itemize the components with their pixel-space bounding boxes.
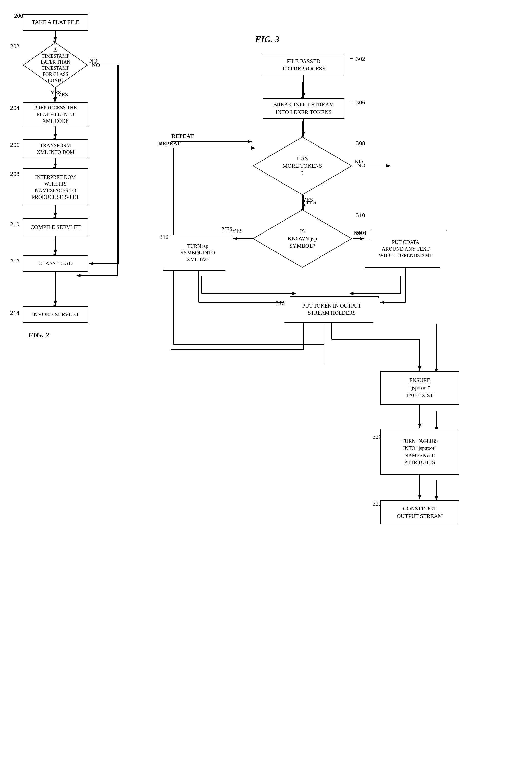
- para-turn-jsp: TURN jsp SYMBOL INTO XML TAG: [163, 235, 232, 271]
- label-no-fig2: NO: [92, 62, 100, 68]
- box-take-flat-file: TAKE A FLAT FILE: [23, 14, 88, 31]
- diagram-container: 200 ⌐ TAKE A FLAT FILE 202 ISTIMESTAMPLA…: [0, 0, 532, 770]
- label-yes-hasmore: YES: [302, 197, 313, 203]
- ref-208: 208: [10, 170, 19, 177]
- ref-202: 202: [10, 43, 19, 50]
- box-interpret: INTERPRET DOM WITH ITS NAMESPACES TO PRO…: [23, 168, 88, 205]
- label-no-hasmore: NO: [357, 162, 365, 169]
- svg-marker-3: [53, 98, 56, 102]
- diamond-has-more-text: HASMORE TOKENS?: [263, 144, 342, 188]
- diamond-known-jsp-text: ISKNOWN jspSYMBOL?: [263, 216, 342, 262]
- svg-marker-35: [350, 292, 353, 295]
- label-yes-fig2: YES: [51, 89, 61, 96]
- ref-214: 214: [10, 310, 19, 316]
- box-file-passed: FILE PASSED TO PREPROCESS: [263, 55, 344, 75]
- svg-marker-7: [77, 274, 80, 277]
- ref-306-bracket: ⌐: [350, 98, 353, 106]
- ref-308: 308: [356, 140, 365, 147]
- ref-316: 316: [276, 300, 285, 307]
- fig2-title: FIG. 2: [28, 331, 49, 339]
- ref-312: 312: [159, 234, 169, 240]
- svg-marker-32: [292, 292, 296, 295]
- fig3-title: FIG. 3: [255, 34, 279, 44]
- box-turn-taglibs: TURN TAGLIBS INTO "jsp:root" NAMESPACE A…: [380, 429, 459, 475]
- ref-310: 310: [356, 212, 365, 219]
- para-put-token: PUT TOKEN IN OUTPUT STREAM HOLDERS: [284, 296, 379, 323]
- box-classload: CLASS LOAD: [23, 255, 88, 272]
- diamond-timestamp: ISTIMESTAMPLATER THAN TIMESTAMPFOR CLASS…: [23, 42, 88, 88]
- ref-306: 306: [356, 99, 365, 106]
- label-repeat: REPEAT: [158, 140, 181, 147]
- diamond-timestamp-text: ISTIMESTAMPLATER THAN TIMESTAMPFOR CLASS…: [28, 47, 83, 83]
- para-put-cdata: PUT CDATA AROUND ANY TEXT WHICH OFFENDS …: [365, 230, 447, 268]
- box-preprocess: PREPROCESS THE FLAT FILE INTO XML CODE: [23, 102, 88, 126]
- svg-marker-23: [387, 164, 390, 167]
- ref-302-bracket: ⌐: [350, 55, 353, 63]
- diamond-has-more-tokens: HASMORE TOKENS?: [253, 137, 352, 195]
- svg-marker-47: [435, 496, 438, 500]
- diamond-known-jsp: ISKNOWN jspSYMBOL?: [253, 209, 352, 268]
- box-ensure: ENSURE "jsp:root" TAG EXIST: [380, 371, 459, 405]
- box-transform: TRANSFORM XML INTO DOM: [23, 139, 88, 158]
- ref-302: 302: [356, 56, 365, 63]
- ref-314: 314: [357, 230, 366, 237]
- ref-212: 212: [10, 258, 19, 265]
- box-invoke: INVOKE SERVLET: [23, 306, 88, 323]
- ref-210: 210: [10, 221, 19, 228]
- ref-204: 204: [10, 105, 19, 112]
- label-yes-knownjsp: YES: [222, 226, 233, 233]
- ref-206: 206: [10, 142, 19, 149]
- box-compile: COMPILE SERVLET: [23, 218, 88, 236]
- box-break-input: BREAK INPUT STREAM INTO LEXER TOKENS: [263, 98, 344, 119]
- box-construct-output: CONSTRUCT OUTPUT STREAM: [380, 500, 459, 524]
